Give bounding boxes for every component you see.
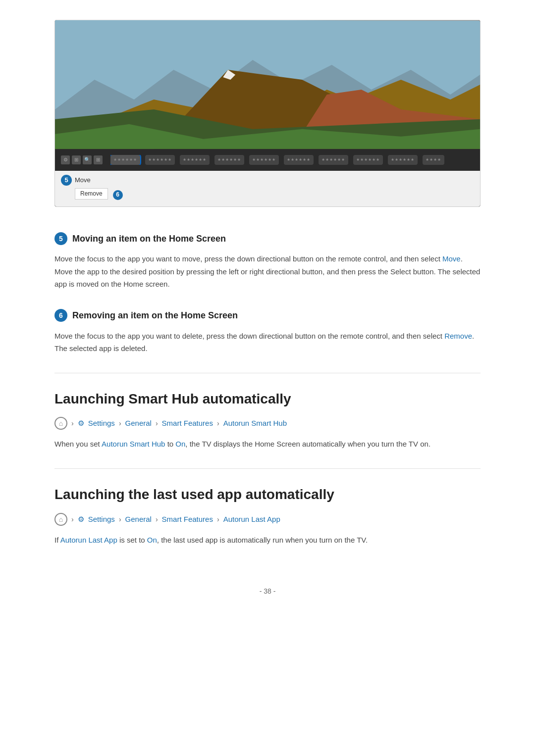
home-icon-2: ⌂ xyxy=(54,513,67,526)
launching-smart-hub-title: Launching Smart Hub automatically xyxy=(54,388,481,410)
bc-smart-features-1[interactable]: Smart Features xyxy=(162,417,213,429)
tv-app-tile-8: ★★★★★★ xyxy=(353,155,383,165)
section-5-link-move[interactable]: Move xyxy=(442,254,461,263)
section-removing: 6 Removing an item on the Home Screen Mo… xyxy=(54,308,481,355)
tv-bar: ⚙ ⊞ 🔍 ⊞ ★★★★★★ ★★★★★★ ★★★★★★ ★★★★★★ ★★★★… xyxy=(55,149,480,171)
launching-smart-hub-section: Launching Smart Hub automatically ⌂ › ⚙ … xyxy=(54,388,481,451)
last-app-text-3: , the last used app is automatically run… xyxy=(157,536,368,544)
section-6-title: Removing an item on the Home Screen xyxy=(72,308,238,323)
sep-8: › xyxy=(217,514,219,525)
tv-app-tile-1: ★★★★★★ xyxy=(110,155,140,165)
section-6-heading: 6 Removing an item on the Home Screen xyxy=(54,308,481,323)
tv-app-tile-5: ★★★★★★ xyxy=(249,155,279,165)
last-app-link-autorun[interactable]: Autorun Last App xyxy=(60,536,117,544)
section-moving: 5 Moving an item on the Home Screen Move… xyxy=(54,232,481,291)
page-container: ⚙ ⊞ 🔍 ⊞ ★★★★★★ ★★★★★★ ★★★★★★ ★★★★★★ ★★★★… xyxy=(54,0,481,627)
launching-last-app-section: Launching the last used app automaticall… xyxy=(54,484,481,546)
tv-screenshot: ⚙ ⊞ 🔍 ⊞ ★★★★★★ ★★★★★★ ★★★★★★ ★★★★★★ ★★★★… xyxy=(54,20,481,207)
tv-app-tile-2: ★★★★★★ xyxy=(145,155,175,165)
badge-5-circle: 5 xyxy=(54,232,67,245)
badge-6-circle: 6 xyxy=(54,309,67,322)
last-app-text-1: If xyxy=(54,536,60,544)
badge-6-inline: 6 xyxy=(113,188,123,201)
smart-hub-text-3: , the TV displays the Home Screen automa… xyxy=(185,440,430,448)
smart-hub-text-1: When you set xyxy=(54,440,102,448)
section-5-text-1: Move the focus to the app you want to mo… xyxy=(54,254,442,263)
section-6-text-1: Move the focus to the app you want to de… xyxy=(54,332,444,340)
sep-5: › xyxy=(71,514,74,525)
bc-settings-2[interactable]: Settings xyxy=(88,513,115,525)
section-6-body: Move the focus to the app you want to de… xyxy=(54,330,481,355)
launching-last-app-title: Launching the last used app automaticall… xyxy=(54,484,481,506)
last-app-body: If Autorun Last App is set to On, the la… xyxy=(54,534,481,547)
last-app-link-on[interactable]: On xyxy=(147,536,157,544)
bottom-labels: 5 Move xyxy=(61,173,474,187)
tv-bottom-bar: 5 Move Remove 6 xyxy=(55,171,480,206)
tv-app-tile-3: ★★★★★★ xyxy=(180,155,210,165)
bc-autorun-smart-hub[interactable]: Autorun Smart Hub xyxy=(223,417,287,429)
smart-hub-link-on[interactable]: On xyxy=(175,440,185,448)
smart-hub-text-2: to xyxy=(165,440,175,448)
section-6-link-remove[interactable]: Remove xyxy=(444,332,472,340)
tv-app-tile-9: ★★★★★★ xyxy=(388,155,418,165)
move-label: Move xyxy=(75,175,91,186)
section-5-heading: 5 Moving an item on the Home Screen xyxy=(54,232,481,246)
settings-tv-icon: ⚙ xyxy=(61,155,70,164)
smart-hub-link-autorun[interactable]: Autorun Smart Hub xyxy=(102,440,165,448)
remove-button-label: Remove xyxy=(75,188,108,200)
tv-app-tile-6: ★★★★★★ xyxy=(284,155,314,165)
apps-tv-icon: ⊞ xyxy=(94,155,103,164)
tv-image xyxy=(55,20,480,149)
bc-settings-1[interactable]: Settings xyxy=(88,417,115,429)
sep-3: › xyxy=(156,418,158,429)
bc-smart-features-2[interactable]: Smart Features xyxy=(162,513,213,525)
bc-general-1[interactable]: General xyxy=(125,417,152,429)
tv-app-tile-4: ★★★★★★ xyxy=(214,155,244,165)
tv-apps-row: ★★★★★★ ★★★★★★ ★★★★★★ ★★★★★★ ★★★★★★ ★★★★★… xyxy=(110,155,474,165)
smart-hub-body: When you set Autorun Smart Hub to On, th… xyxy=(54,438,481,451)
sep-6: › xyxy=(119,514,121,525)
settings-icon-1: ⚙ xyxy=(78,417,84,429)
section-5-body: Move the focus to the app you want to mo… xyxy=(54,252,481,291)
home-icon: ⌂ xyxy=(54,417,67,430)
page-number: - 38 - xyxy=(260,587,276,595)
sep-2: › xyxy=(119,418,121,429)
sep-7: › xyxy=(156,514,158,525)
badge-6: 6 xyxy=(113,190,123,200)
page-footer: - 38 - xyxy=(54,576,481,597)
tv-app-tile-7: ★★★★★★ xyxy=(319,155,348,165)
bc-general-2[interactable]: General xyxy=(125,513,152,525)
smart-hub-breadcrumb: ⌂ › ⚙ Settings › General › Smart Feature… xyxy=(54,417,481,430)
divider-2 xyxy=(54,468,481,469)
sep-4: › xyxy=(217,418,219,429)
last-app-breadcrumb: ⌂ › ⚙ Settings › General › Smart Feature… xyxy=(54,513,481,526)
tv-app-tile-10: ★★★★ xyxy=(423,155,444,165)
divider-1 xyxy=(54,373,481,373)
section-5-title: Moving an item on the Home Screen xyxy=(72,232,226,246)
magnifier-tv-icon: 🔍 xyxy=(83,155,92,164)
search-tv-icon: ⊞ xyxy=(72,155,81,164)
settings-icon-2: ⚙ xyxy=(78,513,84,525)
last-app-text-2: is set to xyxy=(117,536,147,544)
sep-1: › xyxy=(71,418,74,429)
bc-autorun-last-app[interactable]: Autorun Last App xyxy=(223,513,280,525)
remove-row: Remove 6 xyxy=(61,187,474,202)
badge-5: 5 xyxy=(61,175,72,186)
tv-icons: ⚙ ⊞ 🔍 ⊞ xyxy=(61,155,103,164)
